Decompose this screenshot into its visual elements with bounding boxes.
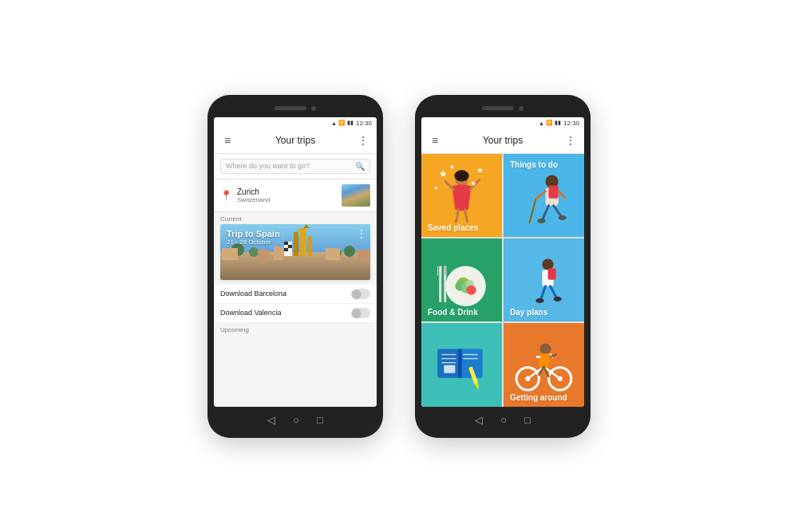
- phone-speaker-2: [482, 106, 514, 110]
- phone-screen-2: ▲ 🛜 ▮▮ 12:30 ≡ Your trips ⋮: [421, 117, 584, 407]
- grid-cell-last[interactable]: [421, 323, 502, 406]
- getting-around-label: Getting around: [510, 393, 567, 402]
- phone-top-bar-2: [421, 101, 584, 116]
- more-icon-2[interactable]: ⋮: [563, 134, 578, 147]
- search-placeholder: Where do you want to go?: [226, 162, 352, 170]
- home-button-2[interactable]: ○: [500, 414, 507, 426]
- app-bar-title-2: Your trips: [442, 135, 563, 146]
- phone-2: ▲ 🛜 ▮▮ 12:30 ≡ Your trips ⋮: [415, 95, 591, 438]
- svg-point-9: [344, 246, 355, 257]
- wifi-icon-1: 🛜: [338, 120, 346, 126]
- download-barcelona-label: Download Barcelona: [220, 290, 351, 298]
- svg-rect-14: [326, 248, 340, 260]
- menu-icon-2[interactable]: ≡: [428, 134, 442, 147]
- grid-cell-things-to-do[interactable]: Things to do: [504, 154, 584, 237]
- svg-point-60: [535, 298, 543, 303]
- toggle-knob-valencia: [352, 309, 361, 317]
- svg-line-25: [445, 181, 453, 189]
- app-bar-2: ≡ Your trips ⋮: [421, 128, 584, 154]
- download-valencia-toggle[interactable]: [351, 308, 370, 318]
- svg-rect-53: [440, 266, 441, 275]
- phone-bottom-bar-2: ◁ ○ □: [421, 409, 584, 432]
- location-country: Switzerland: [237, 196, 337, 203]
- svg-marker-72: [475, 383, 481, 390]
- status-bar-1: ▲ 🛜 ▮▮ 12:30: [214, 117, 377, 128]
- svg-line-38: [559, 191, 565, 197]
- last-cell-illustration: [421, 323, 502, 406]
- trip-card-more-icon[interactable]: ⋮: [356, 227, 367, 240]
- search-icon: 🔍: [355, 162, 365, 171]
- toggle-knob-barcelona: [352, 290, 361, 298]
- grid-cell-getting-around[interactable]: Getting around: [504, 323, 584, 406]
- status-icons-1: ▲ 🛜 ▮▮: [331, 120, 354, 126]
- svg-point-24: [454, 170, 468, 181]
- phone-camera-2: [519, 106, 523, 111]
- signal-icon-1: ▲: [331, 120, 337, 126]
- svg-rect-57: [548, 268, 556, 279]
- svg-text:★: ★: [476, 166, 484, 175]
- time-display-1: 12:30: [356, 120, 372, 127]
- location-text: Zurich Switzerland: [237, 187, 337, 203]
- grid-cell-food-drink[interactable]: Food & Drink: [421, 238, 502, 321]
- svg-line-40: [554, 205, 562, 216]
- phone-screen-1: ▲ 🛜 ▮▮ 12:30 ≡ Your trips ⋮ Where do you…: [214, 117, 377, 407]
- grid-cell-day-plans[interactable]: Day plans: [504, 238, 584, 321]
- svg-rect-12: [258, 250, 270, 260]
- upcoming-section-label: Upcoming: [214, 323, 377, 335]
- status-icons-2: ▲ 🛜 ▮▮: [539, 120, 561, 126]
- location-item[interactable]: 📍 Zurich Switzerland: [214, 179, 377, 212]
- download-valencia-label: Download Valencia: [220, 309, 351, 317]
- saved-places-label: Saved places: [428, 223, 478, 232]
- day-plans-label: Day plans: [510, 308, 547, 317]
- search-bar-wrap: Where do you want to go? 🔍: [214, 154, 377, 179]
- back-button-2[interactable]: ◁: [475, 414, 483, 426]
- svg-rect-2: [294, 232, 298, 256]
- back-button-1[interactable]: ◁: [267, 414, 275, 426]
- svg-point-61: [554, 297, 562, 301]
- svg-rect-20: [288, 245, 292, 248]
- svg-rect-6: [308, 236, 312, 256]
- trip-card-title: Trip to Spain: [227, 229, 280, 238]
- svg-line-43: [529, 199, 535, 223]
- svg-rect-18: [288, 242, 292, 245]
- svg-rect-52: [437, 266, 438, 275]
- svg-rect-64: [458, 349, 461, 378]
- more-icon-1[interactable]: ⋮: [356, 134, 370, 147]
- location-thumbnail: [342, 184, 370, 207]
- trip-card-overlay: Trip to Spain 21 - 28 October: [220, 224, 286, 250]
- recent-button-2[interactable]: □: [524, 414, 531, 426]
- svg-line-27: [456, 209, 458, 221]
- svg-rect-62: [437, 349, 460, 378]
- download-barcelona-toggle[interactable]: [351, 289, 370, 299]
- signal-icon-2: ▲: [539, 120, 544, 126]
- wifi-icon-2: 🛜: [546, 120, 553, 126]
- trip-card-dates: 21 - 28 October: [227, 238, 280, 246]
- recent-button-1[interactable]: □: [317, 414, 323, 426]
- download-barcelona: Download Barcelona: [214, 285, 377, 304]
- svg-text:★: ★: [470, 179, 476, 187]
- svg-point-55: [542, 258, 553, 270]
- home-button-1[interactable]: ○: [293, 414, 299, 426]
- food-drink-label: Food & Drink: [428, 308, 478, 317]
- time-display-2: 12:30: [563, 120, 579, 127]
- svg-rect-70: [444, 365, 455, 373]
- location-city: Zurich: [237, 187, 337, 196]
- svg-point-41: [537, 218, 545, 223]
- current-section-label: Current: [214, 212, 377, 224]
- menu-icon-1[interactable]: ≡: [220, 134, 235, 147]
- svg-point-42: [559, 215, 567, 219]
- search-bar[interactable]: Where do you want to go? 🔍: [220, 159, 370, 174]
- phone-top-bar-1: [214, 101, 377, 116]
- svg-line-28: [465, 209, 468, 221]
- svg-rect-15: [358, 250, 370, 260]
- svg-rect-22: [288, 248, 292, 251]
- phone-1: ▲ 🛜 ▮▮ 12:30 ≡ Your trips ⋮ Where do you…: [207, 95, 383, 438]
- app-bar-1: ≡ Your trips ⋮: [214, 128, 377, 154]
- download-valencia: Download Valencia: [214, 304, 377, 323]
- svg-point-82: [539, 344, 551, 355]
- svg-line-59: [551, 286, 557, 298]
- phone-camera-1: [311, 106, 316, 111]
- trip-card[interactable]: Trip to Spain 21 - 28 October ⋮: [220, 224, 370, 280]
- svg-point-50: [467, 286, 476, 295]
- grid-cell-saved-places[interactable]: ★ ★ ★ ★ ★ Saved places: [421, 154, 502, 237]
